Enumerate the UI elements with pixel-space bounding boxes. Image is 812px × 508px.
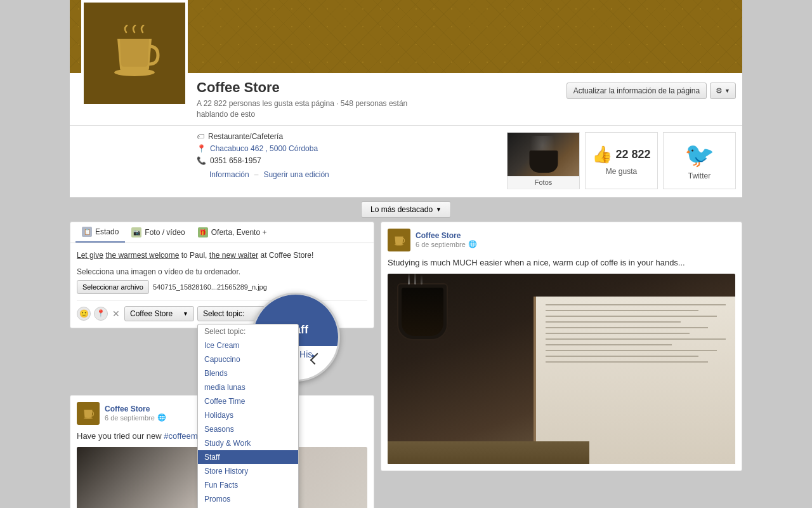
smiley-button[interactable]: 🙂 xyxy=(77,307,91,321)
close-button[interactable]: ✕ xyxy=(111,309,121,319)
twitter-bird-icon: 🐦 xyxy=(684,141,714,169)
twitter-panel[interactable]: 🐦 Twitter xyxy=(663,132,736,189)
foto-icon: 📷 xyxy=(131,227,141,237)
photo-preview xyxy=(508,133,579,176)
topic-option-promos[interactable]: Promos xyxy=(198,492,298,506)
location-icon: 📍 xyxy=(197,144,206,153)
tab-oferta-label: Oferta, Evento + xyxy=(211,228,267,237)
likes-count: 22 822 xyxy=(615,148,650,161)
topic-option-coffee-time[interactable]: Coffee Time xyxy=(198,394,298,408)
right-post-card: Coffee Store 6 de septiembre 🌐 Studying … xyxy=(381,222,742,472)
gear-icon: ⚙ xyxy=(716,86,723,95)
post-text-preview: Let give the warmest welcome to Paul, th… xyxy=(77,250,367,261)
likes-panel[interactable]: 👍 22 822 Me gusta xyxy=(585,132,658,189)
location-button[interactable]: 📍 xyxy=(94,307,108,321)
tab-estado-label: Estado xyxy=(95,227,119,236)
filter-label: Lo más destacado xyxy=(370,205,433,214)
topic-option-ice-cream[interactable]: Ice Cream xyxy=(198,338,298,352)
post-composer: 📋 Estado 📷 Foto / vídeo 🎁 Oferta, Evento… xyxy=(70,222,374,328)
right-post-image xyxy=(388,274,735,464)
tab-estado[interactable]: 📋 Estado xyxy=(75,222,125,243)
svg-point-1 xyxy=(84,417,93,418)
topic-option-seasons[interactable]: Seasons xyxy=(198,422,298,436)
svg-point-2 xyxy=(395,244,404,245)
filter-arrow-icon: ▼ xyxy=(436,206,442,213)
left-post-author[interactable]: Coffee Store xyxy=(105,404,166,413)
likes-label: Me gusta xyxy=(606,167,637,176)
right-post-author[interactable]: Coffee Store xyxy=(416,231,477,240)
category-icon: 🏷 xyxy=(197,132,204,141)
svg-point-0 xyxy=(114,69,155,76)
right-post-body: Studying is much MUCH easier when a nice… xyxy=(388,257,735,269)
about-info: 🏷 Restaurante/Cafetería 📍 Chacabuco 462 … xyxy=(197,132,329,179)
profile-likes-text: A 22 822 personas les gusta esta página … xyxy=(197,98,425,120)
topic-option-fun-facts[interactable]: Fun Facts xyxy=(198,478,298,492)
topic-option-capuccino[interactable]: Capuccino xyxy=(198,352,298,366)
topic-option-blends[interactable]: Blends xyxy=(198,366,298,380)
phone-icon: 📞 xyxy=(197,156,206,165)
right-post-avatar xyxy=(388,229,410,251)
info-link[interactable]: Información xyxy=(209,170,249,179)
tag-dropdown: Coffee Store ▼ xyxy=(124,306,194,321)
photos-label: Fotos xyxy=(508,176,579,188)
profile-photo xyxy=(81,0,188,107)
right-post-date: 6 de septiembre xyxy=(416,241,466,248)
tag-select-button[interactable]: Coffee Store ▼ xyxy=(124,306,194,321)
file-name-display: 540715_15828160...21565289_n.jpg xyxy=(153,283,267,291)
coffee-cup-icon xyxy=(106,25,163,82)
topic-placeholder: Select topic: xyxy=(203,309,244,318)
right-post-globe-icon: 🌐 xyxy=(468,240,477,248)
estado-icon: 📋 xyxy=(82,227,92,237)
left-post-avatar xyxy=(77,402,100,425)
tag-value: Coffee Store xyxy=(130,309,173,318)
topic-option-coffee[interactable]: Coffee xyxy=(198,506,298,508)
about-category: Restaurante/Cafetería xyxy=(208,132,283,141)
smiley-icon: 🙂 xyxy=(79,309,89,318)
select-file-button[interactable]: Seleccionar archivo xyxy=(77,280,149,294)
topic-option-placeholder[interactable]: Select topic: xyxy=(198,324,298,338)
update-page-button[interactable]: Actualizar la información de la página xyxy=(566,83,707,99)
gear-arrow-icon: ▼ xyxy=(724,88,730,94)
twitter-label: Twitter xyxy=(688,171,710,180)
topic-dropdown-menu: Select topic: Ice Cream Capuccino Blends… xyxy=(197,324,299,508)
suggest-edit-link[interactable]: Sugerir una edición xyxy=(263,170,329,179)
topic-option-media-lunas[interactable]: media lunas xyxy=(198,380,298,394)
photos-panel[interactable]: Fotos xyxy=(507,132,580,189)
left-post-date: 6 de septiembre xyxy=(105,414,155,422)
globe-icon: 🌐 xyxy=(157,413,166,422)
tag-arrow-icon: ▼ xyxy=(183,311,188,317)
topic-option-store-history[interactable]: Store History xyxy=(198,464,298,478)
gear-menu-button[interactable]: ⚙ ▼ xyxy=(710,83,736,99)
topic-option-staff[interactable]: Staff xyxy=(198,450,298,464)
tab-foto-label: Foto / vídeo xyxy=(145,228,185,237)
image-select-label: Selecciona una imagen o vídeo de tu orde… xyxy=(77,267,367,276)
about-address[interactable]: Chacabuco 462 , 5000 Córdoba xyxy=(210,144,318,153)
oferta-icon: 🎁 xyxy=(198,227,208,237)
like-thumb-icon: 👍 xyxy=(592,145,612,164)
about-section: 🏷 Restaurante/Cafetería 📍 Chacabuco 462 … xyxy=(70,126,742,197)
pin-icon: 📍 xyxy=(96,309,105,318)
profile-name: Coffee Store xyxy=(197,79,425,96)
x-icon: ✕ xyxy=(112,309,120,319)
topic-option-study-work[interactable]: Study & Work xyxy=(198,436,298,450)
tab-oferta[interactable]: 🎁 Oferta, Evento + xyxy=(192,222,273,243)
filter-button[interactable]: Lo más destacado ▼ xyxy=(361,201,451,218)
tab-foto[interactable]: 📷 Foto / vídeo xyxy=(125,222,191,243)
about-phone: 0351 658-1957 xyxy=(210,156,261,165)
topic-option-holidays[interactable]: Holidays xyxy=(198,408,298,422)
composer-tabs: 📋 Estado 📷 Foto / vídeo 🎁 Oferta, Evento… xyxy=(70,222,374,243)
